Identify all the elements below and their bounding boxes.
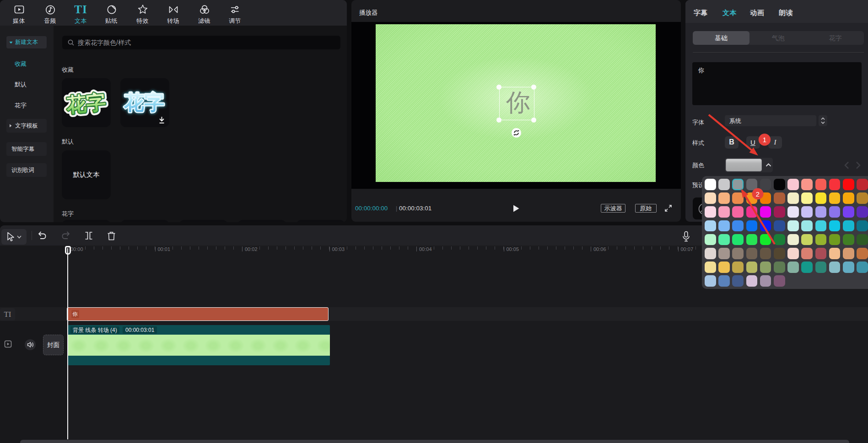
svg-text:2: 2: [756, 190, 760, 198]
svg-text:1: 1: [763, 136, 766, 144]
